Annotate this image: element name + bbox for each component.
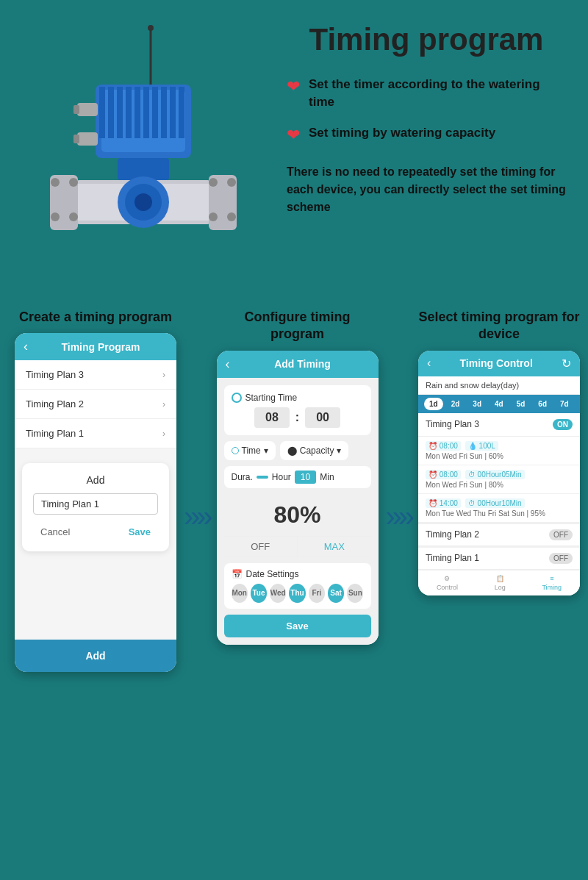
minute-display[interactable]: 00 [305,407,340,428]
schedule-item-3: ⏰ 14:00 ⏱ 00Hour10Min Mon Tue Wed Thu Fr… [418,494,580,523]
plan-2-chevron: › [162,399,165,409]
plan3-header-row: Timing Plan 3 ON [418,413,580,437]
day-thu[interactable]: Thu [289,584,305,603]
timing-icon: ≡ [550,575,553,582]
feature-item-1: ❤ Set the timer according to the waterin… [287,76,566,111]
schedule-2-duration-badge: ⏱ 00Hour05Min [465,470,525,479]
dialog-save-button[interactable]: Save [121,523,158,540]
time-colon: : [295,411,299,424]
capacity-dropdown-icon: ▾ [337,446,341,456]
starting-time-card: Starting Time 08 : 00 [224,385,371,435]
day-pill-6d[interactable]: 6d [533,398,552,410]
day-fri[interactable]: Fri [309,584,325,603]
svg-rect-4 [99,87,105,138]
step-col-3: Select timing program for device ‹ Timin… [418,309,580,672]
steps-row: Create a timing program ‹ Timing Program… [15,309,573,672]
step-title-2: Configure timing program [217,309,379,343]
plan-item-1[interactable]: Timing Plan 1 › [15,419,176,448]
day-sat[interactable]: Sat [328,584,344,603]
add-dialog: Add Cancel Save [22,463,169,551]
schedule-2-days: Mon Wed Fri Sun | 80% [426,481,573,489]
svg-point-24 [69,178,78,187]
phone-3-bottom-nav: ⚙ Control 📋 Log ≡ Timing [418,570,580,595]
nav-control[interactable]: ⚙ Control [437,575,458,591]
off-button[interactable]: OFF [224,537,298,557]
clock-icon [232,393,242,403]
starting-time-label: Starting Time [232,393,364,403]
day-pill-3d[interactable]: 3d [467,398,487,410]
date-icon: 📅 [232,569,243,579]
max-button[interactable]: MAX [297,537,371,557]
day-wed[interactable]: Wed [270,584,286,603]
svg-point-25 [69,212,78,221]
day-pill-2d[interactable]: 2d [446,398,465,410]
hour-display[interactable]: 08 [254,407,290,428]
schedule-item-1: ⏰ 08:00 💧 100L Mon Wed Fri Sun | 60% [418,437,580,465]
log-label: Log [495,584,506,591]
schedule-3-duration-badge: ⏱ 00Hour10Min [465,498,525,508]
arrow-right-1-icon: »» [184,500,209,533]
day-sun[interactable]: Sun [347,584,363,603]
control-label: Control [437,584,458,591]
plan1-toggle[interactable]: OFF [549,553,573,564]
schedule-3-clock-badge: ⏰ 14:00 [426,498,461,508]
plan-item-2[interactable]: Timing Plan 2 › [15,390,176,419]
phone-2-save-button[interactable]: Save [224,615,371,637]
svg-rect-11 [161,87,167,138]
phone-2-body: Starting Time 08 : 00 Time ▾ [217,378,379,645]
plan-1-label: Timing Plan 1 [26,428,84,439]
svg-rect-17 [74,135,79,143]
right-content: Timing program ❤ Set the timer according… [272,22,566,216]
day-pill-1d[interactable]: 1d [424,398,443,410]
plan-item-3[interactable]: Timing Plan 3 › [15,360,176,390]
plan2-toggle[interactable]: OFF [549,529,573,540]
heart-icon-1: ❤ [287,77,300,96]
days-row: Mon Tue Wed Thu Fri Sat Sun [232,584,364,603]
svg-rect-12 [170,87,176,138]
phone-1-add-button[interactable]: Add [22,647,169,665]
nav-timing[interactable]: ≡ Timing [542,575,562,591]
schedule-3-time-row: ⏰ 14:00 ⏱ 00Hour10Min [426,498,573,508]
dura-label: Dura. [232,472,253,482]
log-icon: 📋 [496,575,504,582]
time-select[interactable]: Time ▾ [224,441,276,460]
phone-2-header: ‹ Add Timing [217,351,379,378]
step-title-3: Select timing program for device [418,309,580,343]
svg-rect-14 [77,103,98,116]
schedule-2-clock-badge: ⏰ 08:00 [426,470,461,479]
off-max-row: OFF MAX [224,536,371,557]
day-pill-5d[interactable]: 5d [512,398,531,410]
plan-3-label: Timing Plan 3 [26,369,84,380]
capacity-select[interactable]: ⬤ Capacity ▾ [280,441,349,460]
phone-2-back-icon[interactable]: ‹ [226,357,230,372]
schedule-2-time-row: ⏰ 08:00 ⏱ 00Hour05Min [426,470,573,479]
day-tue[interactable]: Tue [251,584,267,603]
bottom-section: Create a timing program ‹ Timing Program… [0,301,588,687]
plan3-toggle[interactable]: ON [553,419,573,430]
phone-3-body: Timing Plan 3 ON ⏰ 08:00 💧 100L Mon Wed … [418,413,580,570]
day-pill-4d[interactable]: 4d [490,398,509,410]
svg-rect-10 [152,87,158,138]
svg-point-1 [148,25,154,31]
min-unit-label: Min [320,472,334,482]
svg-rect-8 [135,87,140,138]
svg-rect-16 [77,132,98,146]
ten-value: 10 [295,471,316,484]
top-section: Timing program ❤ Set the timer according… [0,0,588,301]
phone-1-header: ‹ Timing Program [15,333,176,360]
day-mon[interactable]: Mon [232,584,248,603]
plan-1-chevron: › [162,429,165,439]
control-icon: ⚙ [444,575,450,582]
svg-rect-6 [117,87,123,138]
phone-1-back-icon[interactable]: ‹ [24,339,28,354]
dialog-name-input[interactable] [33,493,158,515]
hour-unit-label: Hour [272,472,291,482]
dialog-buttons: Cancel Save [33,523,158,540]
dialog-cancel-button[interactable]: Cancel [33,523,77,540]
nav-log[interactable]: 📋 Log [495,575,506,591]
plan-2-label: Timing Plan 2 [26,398,84,409]
phone-1-mockup: ‹ Timing Program Timing Plan 3 › Timing … [15,333,176,672]
day-pill-7d[interactable]: 7d [555,398,574,410]
time-dropdown-icon: ▾ [264,446,268,456]
phone-3-refresh-icon[interactable]: ↻ [562,357,571,371]
